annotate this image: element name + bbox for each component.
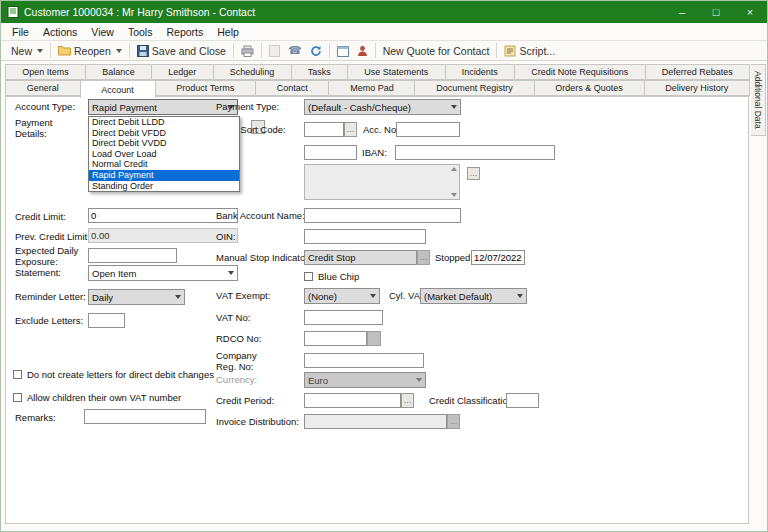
refresh-icon	[310, 45, 322, 57]
title-bar: Customer 1000034 : Mr Harry Smithson - C…	[1, 1, 767, 23]
statement-combo[interactable]: Open Item	[88, 265, 238, 281]
scroll-up-icon[interactable]	[451, 167, 457, 171]
manual-stop-indicator-label: Manual Stop Indicator:	[216, 253, 311, 264]
app-window: Customer 1000034 : Mr Harry Smithson - C…	[0, 0, 768, 532]
company-reg-no-input[interactable]	[304, 353, 424, 368]
vat-children-checkbox[interactable]	[13, 393, 22, 402]
option-load-over-load[interactable]: Load Over Load	[89, 149, 239, 160]
tab-contact[interactable]: Contact	[255, 80, 330, 96]
phone-button[interactable]: ☎	[284, 44, 306, 57]
tab-incidents[interactable]: Incidents	[445, 64, 516, 80]
menu-actions[interactable]: Actions	[36, 25, 84, 39]
maximize-button[interactable]: □	[699, 1, 733, 23]
close-button[interactable]: ×	[733, 1, 767, 23]
credit-period-ellipsis-button[interactable]: …	[401, 393, 414, 408]
script-button[interactable]: Script...	[500, 44, 559, 58]
reopen-button[interactable]: Reopen	[54, 44, 126, 58]
option-direct-debit-lldd[interactable]: Direct Debit LLDD	[89, 117, 239, 128]
remarks-input[interactable]	[84, 409, 206, 424]
tab-row-1: Open ItemsBalanceLedgerSchedulingTasksUs…	[5, 64, 749, 80]
tab-memo-pad[interactable]: Memo Pad	[328, 80, 415, 96]
bank-address-ellipsis-button[interactable]: …	[467, 167, 480, 180]
oin-input[interactable]	[304, 229, 426, 244]
print-button[interactable]	[237, 44, 258, 58]
menu-file[interactable]: File	[5, 25, 36, 39]
tab-balance[interactable]: Balance	[85, 64, 152, 80]
chevron-down-icon	[175, 295, 181, 299]
rdco-no-input[interactable]	[304, 331, 367, 346]
refresh-button[interactable]	[306, 44, 326, 58]
scroll-down-icon[interactable]	[451, 193, 457, 197]
option-direct-debit-vvdd[interactable]: Direct Debit VVDD	[89, 138, 239, 149]
iban-input[interactable]	[395, 145, 555, 160]
tab-ledger[interactable]: Ledger	[151, 64, 214, 80]
chevron-down-icon	[228, 271, 234, 275]
statement-label: Statement:	[15, 268, 61, 279]
tab-general[interactable]: General	[5, 80, 81, 96]
calendar-button[interactable]	[333, 44, 353, 58]
tab-document-registry[interactable]: Document Registry	[414, 80, 534, 96]
bank-sort-code-input[interactable]	[304, 122, 344, 137]
script-label: Script...	[519, 45, 555, 57]
payment-type-combo[interactable]: (Default - Cash/Cheque)	[304, 99, 461, 115]
option-direct-debit-vfdd[interactable]: Direct Debit VFDD	[89, 128, 239, 139]
reminder-letter-label: Reminder Letter:	[15, 292, 86, 303]
bank-sort-code-ellipsis-button[interactable]: …	[344, 122, 357, 137]
option-standing-order[interactable]: Standing Order	[89, 181, 239, 192]
tab-product-terms[interactable]: Product Terms	[155, 80, 256, 96]
reminder-letter-combo[interactable]: Daily	[88, 289, 185, 305]
tab-tasks[interactable]: Tasks	[291, 64, 348, 80]
window-title: Customer 1000034 : Mr Harry Smithson - C…	[24, 6, 255, 18]
menu-reports[interactable]: Reports	[159, 25, 210, 39]
credit-classification-label: Credit Classification:	[429, 396, 516, 407]
blue-chip-checkbox[interactable]	[304, 272, 313, 281]
exclude-letters-input[interactable]	[88, 313, 125, 328]
option-normal-credit[interactable]: Normal Credit	[89, 159, 239, 170]
textarea-scrollbar[interactable]	[449, 165, 459, 199]
minimize-button[interactable]: –	[665, 1, 699, 23]
tab-scheduling[interactable]: Scheduling	[213, 64, 292, 80]
payment-type-value: (Default - Cash/Cheque)	[308, 102, 411, 113]
toolbar-separator	[50, 43, 51, 58]
menu-tools[interactable]: Tools	[121, 25, 160, 39]
account-type-listbox: Direct Debit LLDDDirect Debit VFDDDirect…	[88, 116, 240, 192]
expected-daily-exposure-input[interactable]	[88, 248, 177, 263]
option-rapid-payment[interactable]: Rapid Payment	[89, 170, 239, 181]
bank-address-textarea	[304, 164, 460, 200]
tab-row-2: GeneralAccountProduct TermsContactMemo P…	[5, 80, 749, 96]
cyl-vat-combo[interactable]: (Market Default)	[420, 288, 527, 304]
toolbar-separator	[375, 43, 376, 58]
save-and-close-button[interactable]: Save and Close	[133, 44, 230, 58]
bic-input[interactable]	[304, 145, 357, 160]
reminder-letter-value: Daily	[92, 292, 113, 303]
currency-combo: Euro	[304, 372, 426, 388]
folder-icon	[58, 45, 71, 56]
tab-orders-quotes[interactable]: Orders & Quotes	[534, 80, 645, 96]
tab-use-statements[interactable]: Use Statements	[347, 64, 446, 80]
tab-deferred-rebates[interactable]: Deferred Rebates	[645, 64, 751, 80]
tab-credit-note-requisitions[interactable]: Credit Note Requisitions	[514, 64, 646, 80]
credit-classification-input[interactable]	[506, 393, 539, 408]
cyl-vat-value: (Market Default)	[424, 291, 492, 302]
acc-no-input[interactable]	[396, 122, 460, 137]
menu-help[interactable]: Help	[210, 25, 246, 39]
new-quote-for-contact-button[interactable]: New Quote for Contact	[379, 44, 494, 58]
new-button[interactable]: New	[7, 44, 47, 58]
tab-additional-data[interactable]: Additional Data	[751, 64, 766, 136]
bank-account-name-input[interactable]	[304, 208, 461, 223]
credit-period-input[interactable]	[304, 393, 401, 408]
tab-account[interactable]: Account	[80, 80, 156, 98]
calendar-icon	[337, 45, 349, 57]
expected-daily-exposure-label: Expected Daily Exposure:	[15, 246, 78, 267]
dd-letters-checkbox[interactable]	[13, 370, 22, 379]
contact-button[interactable]	[353, 44, 372, 58]
invoice-distribution-ellipsis-button: …	[447, 414, 460, 429]
vat-no-input[interactable]	[304, 310, 383, 325]
tab-delivery-history[interactable]: Delivery History	[644, 80, 751, 96]
additional-data-label: Additional Data	[753, 71, 763, 129]
menu-view[interactable]: View	[84, 25, 121, 39]
vat-exempt-combo[interactable]: (None)	[304, 288, 380, 304]
toolbar-separator	[129, 43, 130, 58]
save-icon	[137, 45, 149, 57]
tab-open-items[interactable]: Open Items	[5, 64, 86, 80]
